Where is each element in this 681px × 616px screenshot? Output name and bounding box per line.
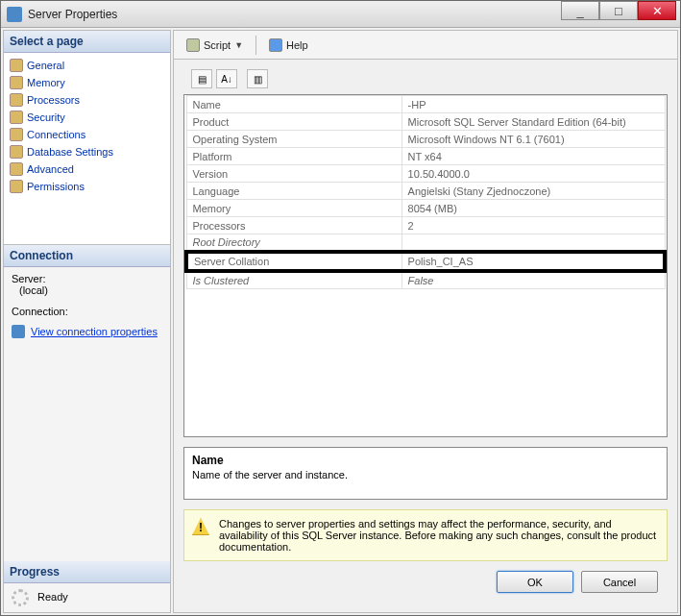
property-key: Server Collation: [186, 252, 401, 271]
description-text: Name of the server and instance.: [192, 469, 659, 480]
property-value: Angielski (Stany Zjednoczone): [401, 183, 665, 200]
property-key: Operating System: [186, 131, 401, 148]
property-grid[interactable]: Name-HPProductMicrosoft SQL Server Stand…: [183, 94, 668, 437]
property-row[interactable]: Root Directory: [186, 234, 665, 253]
connection-label: Connection:: [12, 306, 162, 317]
button-bar: OK Cancel: [183, 561, 668, 603]
page-label: Connections: [27, 129, 85, 140]
separator: [255, 36, 256, 55]
property-value: NT x64: [401, 148, 665, 165]
warning-text: Changes to server properties and setting…: [219, 518, 659, 553]
ok-button[interactable]: OK: [497, 571, 573, 593]
page-label: General: [27, 60, 64, 71]
cancel-button[interactable]: Cancel: [581, 571, 658, 593]
page-item-database-settings[interactable]: Database Settings: [8, 143, 166, 160]
server-value: (local): [19, 284, 162, 296]
page-label: Security: [27, 111, 65, 123]
script-label: Script: [204, 39, 231, 51]
property-row[interactable]: Version10.50.4000.0: [186, 165, 665, 183]
help-label: Help: [286, 39, 308, 51]
warning-icon: !: [192, 518, 209, 535]
property-value: 10.50.4000.0: [401, 165, 665, 183]
maximize-button[interactable]: □: [599, 1, 638, 20]
toolbar: Script ▼ Help: [174, 31, 677, 60]
page-icon: [10, 59, 23, 72]
property-row[interactable]: Processors2: [186, 217, 665, 234]
app-icon: [7, 7, 22, 22]
page-item-advanced[interactable]: Advanced: [8, 160, 166, 178]
grid-tools: ▤ A↓ ▥: [191, 69, 668, 88]
link-text: View connection properties: [31, 326, 158, 337]
property-value: [401, 234, 665, 253]
property-row[interactable]: ProductMicrosoft SQL Server Standard Edi…: [186, 113, 665, 131]
page-item-connections[interactable]: Connections: [8, 126, 166, 143]
property-row[interactable]: LanguageAngielski (Stany Zjednoczone): [186, 183, 665, 200]
property-value: False: [401, 271, 665, 289]
property-key: Version: [186, 165, 401, 183]
property-row[interactable]: Name-HP: [186, 96, 665, 113]
property-row[interactable]: Server CollationPolish_CI_AS: [186, 252, 665, 271]
property-row[interactable]: Is ClusteredFalse: [186, 271, 665, 289]
property-value: Polish_CI_AS: [401, 252, 665, 271]
page-icon: [10, 180, 23, 193]
page-icon: [10, 145, 23, 159]
property-key: Platform: [186, 148, 401, 165]
content-area: ▤ A↓ ▥ Name-HPProductMicrosoft SQL Serve…: [174, 60, 677, 612]
main-panel: Script ▼ Help ▤ A↓ ▥ Name-HPProductMi: [173, 30, 678, 613]
page-label: Memory: [27, 77, 65, 88]
page-item-security[interactable]: Security: [8, 109, 166, 126]
page-icon: [10, 111, 23, 124]
property-key: Name: [186, 96, 401, 113]
page-item-permissions[interactable]: Permissions: [8, 178, 166, 195]
select-page-header: Select a page: [4, 31, 170, 53]
chevron-down-icon: ▼: [234, 40, 243, 50]
page-item-memory[interactable]: Memory: [8, 74, 166, 91]
page-icon: [10, 76, 23, 89]
page-label: Processors: [27, 94, 80, 106]
help-button[interactable]: Help: [262, 36, 315, 55]
progress-spinner-icon: [12, 589, 29, 606]
link-icon: [12, 325, 25, 338]
page-icon: [10, 128, 23, 141]
sort-button[interactable]: A↓: [216, 69, 237, 88]
page-label: Permissions: [27, 181, 85, 192]
page-item-processors[interactable]: Processors: [8, 91, 166, 109]
titlebar[interactable]: Server Properties _ □ ✕: [1, 1, 680, 28]
view-connection-properties-link[interactable]: View connection properties: [12, 325, 162, 338]
progress-status: Ready: [37, 591, 68, 603]
page-label: Database Settings: [27, 146, 113, 158]
sidebar: Select a page General Memory Processors …: [3, 30, 171, 613]
server-properties-window: Server Properties _ □ ✕ Select a page Ge…: [0, 0, 681, 616]
property-key: Is Clustered: [186, 271, 401, 289]
progress-header: Progress: [4, 561, 170, 583]
property-key: Memory: [186, 200, 401, 217]
page-item-general[interactable]: General: [8, 57, 166, 74]
property-pages-button[interactable]: ▥: [247, 69, 268, 88]
script-icon: [186, 38, 200, 52]
progress-section: Ready: [4, 583, 170, 612]
property-value: 8054 (MB): [401, 200, 665, 217]
page-icon: [10, 93, 23, 107]
minimize-button[interactable]: _: [561, 1, 599, 20]
help-icon: [269, 38, 282, 52]
page-list: General Memory Processors Security Conne…: [4, 53, 170, 245]
property-row[interactable]: Operating SystemMicrosoft Windows NT 6.1…: [186, 131, 665, 148]
window-title: Server Properties: [28, 8, 117, 21]
warning-box: ! Changes to server properties and setti…: [183, 509, 668, 561]
property-row[interactable]: PlatformNT x64: [186, 148, 665, 165]
page-icon: [10, 162, 23, 176]
close-button[interactable]: ✕: [638, 1, 676, 20]
connection-header: Connection: [4, 245, 170, 267]
categorize-button[interactable]: ▤: [191, 69, 212, 88]
property-value: -HP: [401, 96, 665, 113]
property-value: 2: [401, 217, 665, 234]
page-label: Advanced: [27, 163, 74, 175]
property-key: Product: [186, 113, 401, 131]
property-value: Microsoft Windows NT 6.1 (7601): [401, 131, 665, 148]
property-key: Root Directory: [186, 234, 401, 253]
property-row[interactable]: Memory8054 (MB): [186, 200, 665, 217]
description-title: Name: [192, 454, 659, 467]
script-button[interactable]: Script ▼: [180, 36, 250, 55]
property-key: Language: [186, 183, 401, 200]
property-key: Processors: [186, 217, 401, 234]
